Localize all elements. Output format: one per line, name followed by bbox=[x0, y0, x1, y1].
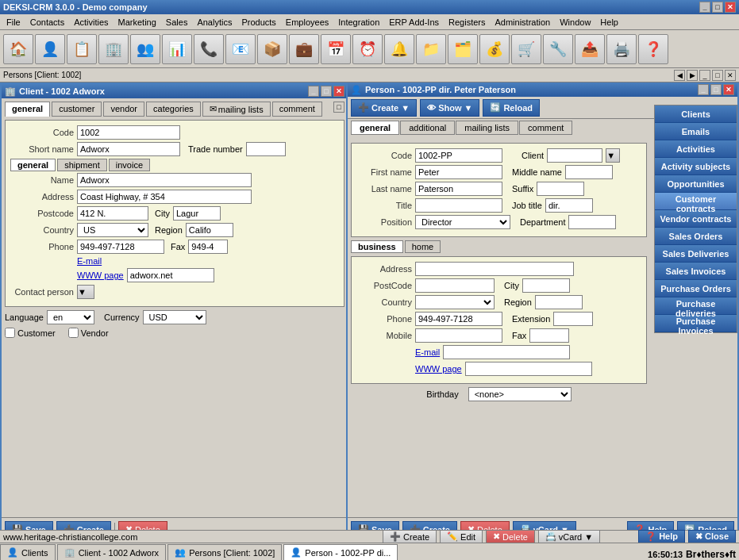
right-menu-activities[interactable]: Activities bbox=[655, 140, 737, 158]
person-code-input[interactable] bbox=[415, 148, 502, 163]
biz-email-input[interactable] bbox=[443, 345, 570, 359]
menu-employees[interactable]: Employees bbox=[281, 16, 333, 29]
scroll-left[interactable]: ◀ bbox=[674, 70, 685, 81]
maximize-button[interactable]: □ bbox=[712, 2, 723, 13]
bottom-create-btn[interactable]: ➕ Create bbox=[383, 530, 437, 544]
right-menu-opportunities[interactable]: Opportunities bbox=[655, 175, 737, 193]
customer-checkbox[interactable] bbox=[5, 328, 15, 338]
right-menu-sales-deliveries[interactable]: Sales Deliveries bbox=[655, 245, 737, 263]
person-win-close[interactable]: ✕ bbox=[723, 84, 734, 95]
toolbar-btn-14[interactable]: 📁 bbox=[416, 34, 446, 64]
vendor-checkbox[interactable] bbox=[68, 328, 79, 338]
menu-contacts[interactable]: Contacts bbox=[25, 16, 69, 29]
menu-marketing[interactable]: Marketing bbox=[114, 16, 161, 29]
person-client-input[interactable] bbox=[547, 148, 602, 163]
toolbar-btn-6[interactable]: 📊 bbox=[162, 34, 192, 64]
bottom-tab-client-adworx[interactable]: 🏢 Client - 1002 Adworx bbox=[57, 544, 167, 560]
person-jobtitle-input[interactable] bbox=[545, 198, 593, 213]
person-client-pick-btn[interactable]: ▼ bbox=[606, 148, 620, 163]
toolbar-btn-17[interactable]: 🛒 bbox=[511, 34, 541, 64]
menu-analytics[interactable]: Analytics bbox=[192, 16, 237, 29]
menu-help[interactable]: Help bbox=[595, 16, 623, 29]
bottom-vcard-btn[interactable]: 📇 vCard ▼ bbox=[538, 530, 600, 544]
person-lastname-input[interactable] bbox=[415, 182, 502, 196]
right-menu-sales-orders[interactable]: Sales Orders bbox=[655, 228, 737, 245]
tab-mailing-lists[interactable]: ✉ mailing lists bbox=[202, 102, 271, 117]
person-show-btn[interactable]: 👁 Show ▼ bbox=[420, 99, 479, 117]
toolbar-btn-7[interactable]: 📞 bbox=[194, 34, 224, 64]
biz-ext-input[interactable] bbox=[553, 312, 593, 326]
toolbar-btn-13[interactable]: 🔔 bbox=[384, 34, 414, 64]
toolbar-btn-18[interactable]: 🔧 bbox=[543, 34, 573, 64]
right-menu-purchase-deliveries[interactable]: Purchase deliveries bbox=[655, 297, 737, 315]
trade-number-input[interactable] bbox=[246, 142, 286, 156]
bottom-tab-person-pp[interactable]: 👤 Person - 1002-PP di... bbox=[283, 544, 398, 560]
right-menu-emails[interactable]: Emails bbox=[655, 123, 737, 140]
phone-input[interactable] bbox=[77, 240, 164, 254]
toolbar-btn-15[interactable]: 🗂️ bbox=[448, 34, 478, 64]
name-input[interactable] bbox=[77, 173, 252, 187]
tab-home[interactable]: home bbox=[405, 240, 441, 253]
person-tab-general[interactable]: general bbox=[351, 121, 399, 135]
tab-customer[interactable]: customer bbox=[52, 102, 102, 117]
close-button[interactable]: ✕ bbox=[725, 2, 736, 13]
menu-sales[interactable]: Sales bbox=[161, 16, 193, 29]
client-win-min[interactable]: _ bbox=[308, 86, 319, 97]
biz-phone-input[interactable] bbox=[415, 312, 502, 326]
minimize-button[interactable]: _ bbox=[699, 2, 710, 13]
person-tab-mailing[interactable]: mailing lists bbox=[456, 121, 518, 135]
menu-activities[interactable]: Activities bbox=[69, 16, 113, 29]
bottom-edit-btn[interactable]: ✏️ Edit bbox=[440, 530, 483, 544]
window-minimize[interactable]: _ bbox=[699, 70, 710, 81]
biz-email-link[interactable]: E-mail bbox=[415, 347, 440, 357]
biz-www-input[interactable] bbox=[465, 362, 592, 376]
right-menu-clients[interactable]: Clients bbox=[655, 105, 737, 123]
menu-products[interactable]: Products bbox=[237, 16, 280, 29]
toolbar-btn-21[interactable]: ❓ bbox=[638, 34, 668, 64]
fax-input[interactable] bbox=[188, 240, 228, 254]
biz-fax-input[interactable] bbox=[529, 328, 569, 343]
person-suffix-input[interactable] bbox=[537, 182, 584, 196]
toolbar-btn-8[interactable]: 📧 bbox=[225, 34, 256, 64]
customer-checkbox-label[interactable]: Customer bbox=[5, 328, 56, 338]
right-menu-activity-subjects[interactable]: Activity subjects bbox=[655, 158, 737, 175]
currency-select[interactable]: USD bbox=[143, 310, 206, 324]
tab-comment[interactable]: comment bbox=[272, 102, 322, 117]
inner-tab-invoice[interactable]: invoice bbox=[109, 159, 150, 171]
biz-postcode-input[interactable] bbox=[415, 278, 495, 293]
region-input[interactable] bbox=[186, 223, 233, 237]
language-select[interactable]: en bbox=[47, 310, 94, 324]
client-win-close[interactable]: ✕ bbox=[333, 86, 344, 97]
toolbar-btn-1[interactable]: 🏠 bbox=[3, 34, 33, 64]
email-link[interactable]: E-mail bbox=[77, 256, 102, 266]
person-tab-comment[interactable]: comment bbox=[519, 121, 572, 135]
toolbar-btn-19[interactable]: 📤 bbox=[575, 34, 605, 64]
postcode-input[interactable] bbox=[77, 206, 148, 221]
right-menu-purchase-invoices[interactable]: Purchase Invoices bbox=[655, 315, 737, 332]
person-win-max[interactable]: □ bbox=[710, 84, 722, 95]
menu-registers[interactable]: Registers bbox=[444, 16, 490, 29]
bottom-delete-btn[interactable]: ✖ Delete bbox=[486, 530, 535, 544]
toolbar-btn-11[interactable]: 📅 bbox=[321, 34, 351, 64]
toolbar-btn-10[interactable]: 💼 bbox=[289, 34, 319, 64]
birthday-select[interactable]: <none> bbox=[468, 387, 572, 401]
toolbar-btn-9[interactable]: 📦 bbox=[257, 34, 287, 64]
bottom-tab-clients[interactable]: 👤 Clients bbox=[0, 544, 56, 560]
bottom-help-btn[interactable]: ❓ Help bbox=[638, 530, 685, 544]
inner-tab-general[interactable]: general bbox=[10, 159, 56, 171]
toolbar-btn-5[interactable]: 👥 bbox=[130, 34, 160, 64]
toolbar-btn-12[interactable]: ⏰ bbox=[352, 34, 383, 64]
right-menu-sales-invoices[interactable]: Sales Invoices bbox=[655, 263, 737, 280]
bottom-tab-persons[interactable]: 👥 Persons [Client: 1002] bbox=[167, 544, 282, 560]
person-position-select[interactable]: Director bbox=[415, 215, 510, 229]
www-input[interactable] bbox=[127, 268, 214, 282]
menu-integration[interactable]: Integration bbox=[333, 16, 384, 29]
code-input[interactable] bbox=[77, 125, 180, 140]
person-department-input[interactable] bbox=[568, 215, 616, 229]
right-menu-purchase-orders[interactable]: Purchase Orders bbox=[655, 280, 737, 297]
right-menu-customer-contracts[interactable]: Customer contracts bbox=[655, 193, 737, 210]
client-maximize-btn[interactable]: □ bbox=[333, 102, 344, 113]
inner-tab-shipment[interactable]: shipment bbox=[57, 159, 107, 171]
menu-file[interactable]: File bbox=[2, 16, 25, 29]
scroll-right[interactable]: ▶ bbox=[687, 70, 698, 81]
